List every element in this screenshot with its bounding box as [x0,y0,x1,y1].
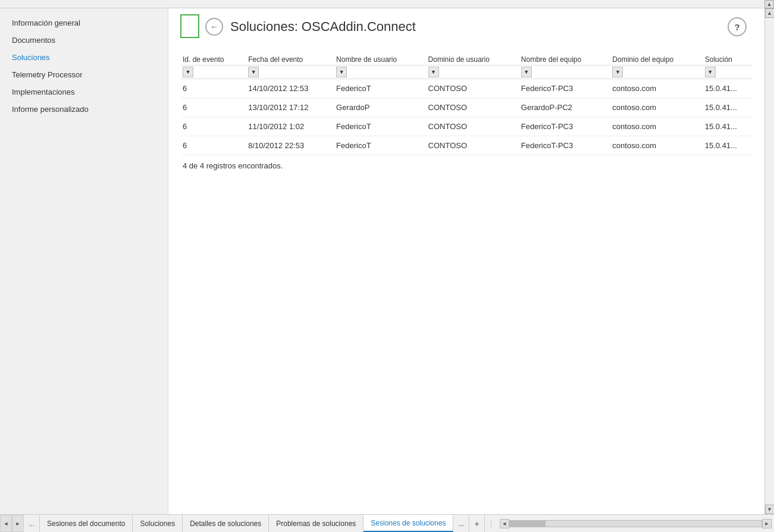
page-title: Soluciones: OSCAddin.Connect [230,19,728,35]
cell-0: 6 [180,79,246,98]
cell-1: 14/10/2012 12:53 [246,79,334,98]
sidebar-item-informacion-general[interactable]: Información general [0,14,168,32]
cell-6: 15.0.41... [703,79,753,98]
scroll-up-button[interactable]: ▲ [764,0,774,8]
tab-label: Detalles de soluciones [190,520,261,528]
scroll-up-button[interactable]: ▲ [765,8,775,18]
tab-scroll-area: ◄ ► [497,515,774,532]
tab-soluciones[interactable]: Soluciones [133,515,183,532]
col-id-evento: Id. de evento [180,53,246,65]
cell-1: 13/10/2012 17:12 [246,98,334,117]
filter-button-nombre-equipo[interactable]: ▼ [521,67,532,77]
records-info: 4 de 4 registros encontrados. [180,155,753,176]
solutions-table: Id. de evento Fecha del evento Nombre de… [180,53,753,155]
table-row[interactable]: 611/10/2012 1:02FedericoTCONTOSOFederico… [180,117,753,136]
scroll-down-button[interactable]: ▼ [765,505,775,514]
top-scrollbar: ▲ [0,0,774,8]
filter-row: ▼ ▼ ▼ ▼ ▼ [180,65,753,79]
cell-2: GerardoP [334,98,425,117]
sidebar-item-label: Implementaciones [12,87,75,96]
tab-label: Problemas de soluciones [276,520,356,528]
table-container: Id. de evento Fecha del evento Nombre de… [168,47,764,514]
sidebar-item-implementaciones[interactable]: Implementaciones [0,83,168,101]
sidebar-item-label: Informe personalizado [12,105,89,114]
cell-0: 6 [180,117,246,136]
tab-problemas-soluciones[interactable]: Problemas de soluciones [269,515,364,532]
cell-4: GerardoP-PC2 [519,98,610,117]
cell-0: 6 [180,136,246,155]
filter-button-fecha-evento[interactable]: ▼ [248,67,259,77]
table-row[interactable]: 68/10/2012 22:53FedericoTCONTOSOFederico… [180,136,753,155]
tab-label: Sesiones de soluciones [371,519,446,527]
tab-add-button[interactable]: + [469,515,484,532]
sidebar-item-documentos[interactable]: Documentos [0,32,168,49]
tab-scroll-left[interactable]: ◄ [500,519,509,528]
filter-dominio-usuario: ▼ [426,65,519,79]
table-row[interactable]: 614/10/2012 12:53FedericoTCONTOSOFederic… [180,79,753,98]
col-nombre-equipo: Nombre del equipo [519,53,610,65]
tab-scroll-thumb [510,521,546,527]
filter-button-dominio-equipo[interactable]: ▼ [612,67,623,77]
col-dominio-equipo: Dominio del equipo [610,53,702,65]
sidebar-item-label: Información general [12,18,80,27]
back-button[interactable]: ← [205,18,223,36]
tab-nav-more[interactable]: ... [24,515,40,532]
col-nombre-usuario: Nombre de usuario [334,53,425,65]
cell-0: 6 [180,98,246,117]
filter-button-dominio-usuario[interactable]: ▼ [428,67,439,77]
filter-nombre-usuario: ▼ [334,65,425,79]
cell-5: contoso.com [610,117,702,136]
tab-more-ellipsis[interactable]: ... [453,515,469,532]
tab-nav-prev[interactable]: ◄ [0,515,12,532]
sidebar: Información general Documentos Solucione… [0,8,168,514]
green-indicator-box [180,14,199,38]
cell-6: 15.0.41... [703,136,753,155]
filter-id-evento: ▼ [180,65,246,79]
table-body: 614/10/2012 12:53FedericoTCONTOSOFederic… [180,79,753,155]
tab-sesiones-documento[interactable]: Sesiones del documento [40,515,133,532]
cell-1: 11/10/2012 1:02 [246,117,334,136]
cell-6: 15.0.41... [703,117,753,136]
tab-separator: ⋮ [485,515,497,532]
main-area: Información general Documentos Solucione… [0,8,774,514]
tab-nav-next[interactable]: ► [12,515,24,532]
cell-3: CONTOSO [426,98,519,117]
tab-scroll-track [509,520,762,527]
filter-button-nombre-usuario[interactable]: ▼ [336,67,347,77]
cell-5: contoso.com [610,136,702,155]
back-arrow-icon: ← [210,22,218,32]
column-headers-row: Id. de evento Fecha del evento Nombre de… [180,53,753,65]
cell-3: CONTOSO [426,136,519,155]
cell-5: contoso.com [610,79,702,98]
cell-4: FedericoT-PC3 [519,79,610,98]
cell-2: FedericoT [334,117,425,136]
sidebar-item-label: Soluciones [12,53,50,62]
sidebar-item-soluciones[interactable]: Soluciones [0,49,168,66]
tab-label: Sesiones del documento [47,520,125,528]
cell-2: FedericoT [334,79,425,98]
tab-scroll-right[interactable]: ► [762,519,772,528]
filter-nombre-equipo: ▼ [519,65,610,79]
sidebar-item-label: Documentos [12,36,55,45]
help-button[interactable]: ? [728,17,747,36]
cell-4: FedericoT-PC3 [519,117,610,136]
filter-solucion: ▼ [703,65,753,79]
cell-2: FedericoT [334,136,425,155]
filter-button-id-evento[interactable]: ▼ [183,67,193,77]
cell-4: FedericoT-PC3 [519,136,610,155]
sidebar-item-informe-personalizado[interactable]: Informe personalizado [0,101,168,118]
cell-3: CONTOSO [426,117,519,136]
content-top: ← Soluciones: OSCAddin.Connect ? [168,8,764,38]
filter-button-solucion[interactable]: ▼ [705,67,716,77]
page-header: ← Soluciones: OSCAddin.Connect ? [205,14,753,36]
col-solucion: Solución [703,53,753,65]
sidebar-item-telemetry-processor[interactable]: Telemetry Processor [0,66,168,83]
tab-sesiones-soluciones[interactable]: Sesiones de soluciones [364,515,453,532]
tab-detalles-soluciones[interactable]: Detalles de soluciones [183,515,269,532]
sidebar-item-label: Telemetry Processor [12,70,82,79]
table-row[interactable]: 613/10/2012 17:12GerardoPCONTOSOGerardoP… [180,98,753,117]
filter-dominio-equipo: ▼ [610,65,702,79]
col-dominio-usuario: Dominio de usuario [426,53,519,65]
col-fecha-evento: Fecha del evento [246,53,334,65]
cell-3: CONTOSO [426,79,519,98]
